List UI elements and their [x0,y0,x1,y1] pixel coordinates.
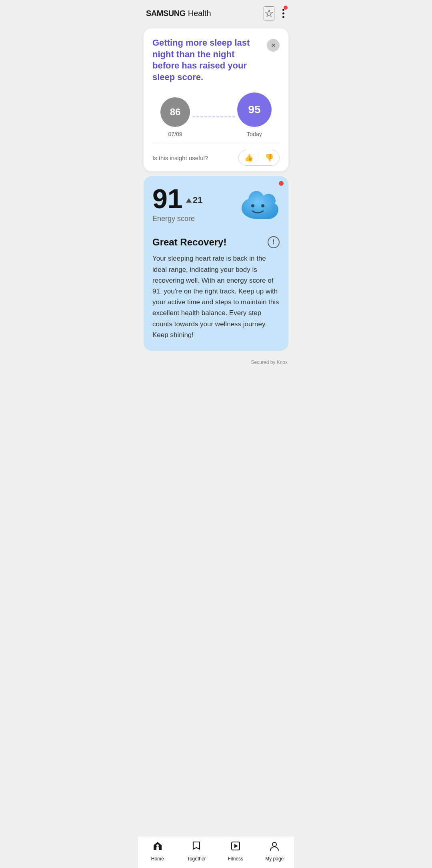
insight-feedback-row: Is this insight useful? 👍 👎 [152,144,280,171]
energy-label: Energy score [152,215,236,223]
mascot-svg [236,185,280,229]
app-header: SAMSUNG Health ☆ [138,0,294,25]
score-comparison: 86 07/09 95 Today [152,83,280,144]
info-button[interactable]: ! [268,236,280,248]
energy-score-number: 91 [152,185,183,212]
sleep-insight-card: Getting more sleep last night than the n… [144,28,288,171]
sleep-insight-text: Getting more sleep last night than the n… [152,37,267,83]
close-insight-button[interactable]: ✕ [267,39,280,52]
recovery-description: Your sleeping heart rate is back in the … [152,253,280,340]
today-score-item: 95 Today [237,92,272,137]
app-logo: SAMSUNG Health [146,9,211,18]
product-name: Health [188,9,211,18]
energy-change-value: 21 [193,195,202,205]
up-arrow-icon [186,198,192,203]
knox-text: Secured by Knox [251,360,288,365]
svg-point-0 [251,204,254,207]
energy-score-line: 91 21 [152,185,236,212]
energy-score-card: 91 21 Energy score [144,176,288,351]
energy-change: 21 [186,195,202,205]
recovery-title-row: Great Recovery! ! [152,236,280,248]
previous-score-value: 86 [170,106,181,118]
menu-dot-3 [282,16,284,18]
notification-badge [284,6,288,10]
brand-name: SAMSUNG [146,9,186,18]
previous-score-date: 07/09 [168,131,182,137]
menu-dot-2 [282,12,284,14]
today-score-value: 95 [248,103,260,116]
energy-card-top: 91 21 Energy score [152,185,280,229]
recovery-title: Great Recovery! [152,237,226,248]
previous-score-circle: 86 [160,97,190,127]
score-connector [192,117,235,117]
sleep-card-header: Getting more sleep last night than the n… [152,37,280,83]
cloud-mascot [236,185,280,229]
menu-button-wrapper [281,7,286,20]
knox-badge: Secured by Knox [138,356,294,367]
feedback-buttons: 👍 👎 [238,150,280,166]
favorites-button[interactable]: ☆ [264,6,274,20]
thumbs-down-button[interactable]: 👎 [259,150,279,165]
svg-point-1 [261,204,264,207]
previous-score-item: 86 07/09 [160,97,190,137]
today-score-circle: 95 [237,92,272,127]
energy-score-section: 91 21 Energy score [152,185,236,223]
header-actions: ☆ [264,6,286,20]
thumbs-up-button[interactable]: 👍 [239,150,259,165]
today-score-label: Today [247,131,262,137]
feedback-question: Is this insight useful? [152,155,208,161]
